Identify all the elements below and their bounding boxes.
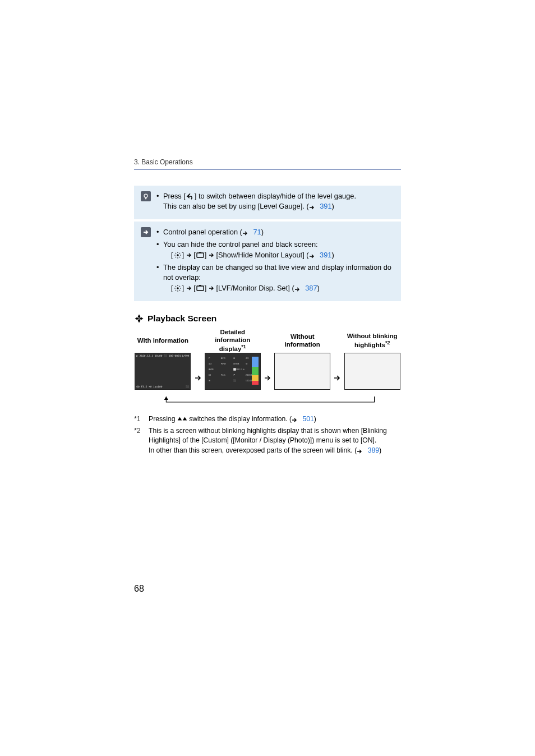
overlay-text: 1/999	[182, 354, 190, 357]
tip-line: You can hide the control panel and black…	[156, 239, 394, 260]
arrow-right-icon	[186, 283, 192, 289]
back-arrow-icon	[186, 192, 195, 200]
overlay-cell: AFS	[221, 357, 232, 361]
text: [	[192, 284, 196, 292]
overlay-cell: ⊕	[209, 379, 220, 384]
overlay-text: 60 F3.5 ☀0 iso100	[136, 385, 162, 388]
text: ]	[182, 251, 186, 259]
superscript: *2	[385, 340, 390, 345]
screen-with-info: ▶ 2020.12.1 10:00 ⬛ 100-00011/999 60 F3.…	[135, 353, 191, 390]
text: ]	[182, 284, 186, 292]
overlay-cell: ⬛	[233, 379, 245, 384]
text: Control panel operation (	[163, 228, 242, 236]
overlay-cell	[209, 385, 220, 389]
overlay-cell: AWB	[209, 368, 220, 372]
text: ]	[205, 251, 209, 259]
page-link[interactable]: 387	[305, 284, 317, 292]
footnote-mark: *2	[134, 426, 149, 456]
screen-without-blinking	[344, 353, 400, 390]
text: )	[314, 415, 316, 423]
svg-rect-4	[197, 286, 204, 291]
overlay-cell: F3.5	[221, 374, 232, 378]
text: )	[317, 284, 320, 292]
page-link[interactable]: 391	[320, 202, 331, 210]
overlay-cell	[221, 379, 232, 384]
gear-icon	[173, 251, 182, 259]
overlay-text: ⬛	[186, 385, 189, 388]
screen-label: Without information	[274, 329, 331, 353]
footnote-mark: *1	[134, 414, 149, 425]
overlay-cell: ⬜100 ⊡ ☀0	[233, 368, 245, 372]
overlay-cell: ⚑	[233, 374, 245, 378]
svg-point-0	[144, 194, 147, 197]
section-title-text: Playback Screen	[147, 314, 216, 324]
text: [	[192, 251, 196, 259]
forward-icon	[141, 227, 151, 237]
text: This can also be set by using [Level Gau…	[163, 202, 309, 210]
overlay-cell: 4:3	[209, 362, 220, 367]
text: )	[332, 202, 334, 210]
arrow-right-icon	[186, 250, 192, 256]
overlay-cell	[221, 385, 232, 389]
arrow-right-icon	[309, 251, 318, 259]
screen-label: Without blinking highlights*2	[343, 329, 401, 353]
monitor-icon	[196, 251, 205, 259]
section-title-playback: Playback Screen	[134, 314, 401, 324]
arrow-right-icon	[209, 283, 214, 289]
playback-screens-row: With information ▶ 2020.12.1 10:00 ⬛ 100…	[134, 329, 401, 397]
text: [Show/Hide Monitor Layout] (	[214, 251, 309, 259]
tip-line: Control panel operation ( 71)	[156, 227, 394, 237]
arrow-right-icon	[334, 375, 340, 381]
text: ]	[205, 284, 209, 292]
overlay-text: ▶ 2020.12.1 10:00 ⬛ 100-0001	[136, 354, 181, 357]
gear-icon	[173, 284, 182, 292]
tip-line: Press [ ] to switch between display/hide…	[156, 191, 394, 211]
svg-point-3	[177, 287, 179, 289]
svg-point-1	[177, 254, 179, 256]
text: switches the display information. (	[187, 415, 292, 423]
page-number: 68	[134, 584, 401, 611]
overlay-cell: sRGB	[233, 362, 245, 367]
page-link[interactable]: 389	[368, 446, 379, 454]
arrow-right-icon	[264, 375, 271, 381]
screen-without-info	[274, 353, 330, 390]
text: )	[261, 228, 264, 236]
arrow-right-icon	[309, 203, 318, 211]
page-link[interactable]: 71	[253, 228, 261, 236]
screen-label: Detailed information display*1	[204, 329, 261, 353]
text: Pressing	[149, 415, 177, 423]
cycle-arrow	[134, 397, 401, 410]
overlay-cell	[221, 368, 232, 372]
overlay-cell: 60	[209, 374, 220, 378]
page-link[interactable]: 391	[320, 251, 331, 259]
arrow-right-icon	[292, 416, 301, 424]
text: )	[331, 251, 334, 259]
arrow-right-icon	[209, 250, 214, 256]
text: This is a screen without blinking highli…	[149, 426, 401, 446]
arrow-right-icon	[294, 284, 303, 292]
text: In other than this screen, overexposed p…	[149, 446, 357, 454]
text: You can hide the control panel and black…	[163, 240, 318, 248]
overlay-cell: ⊞	[233, 357, 245, 361]
lightbulb-icon	[141, 191, 151, 201]
up-down-triangle-icon	[177, 415, 187, 425]
text: Press [	[163, 192, 186, 200]
screen-label: With information	[137, 329, 188, 353]
screen-detailed-info: PAFS⊞4:34:3FINEsRGB⚙AWB⬜100 ⊡ ☀060F3.5⚑2…	[205, 353, 261, 390]
page-link[interactable]: 501	[302, 415, 313, 423]
breadcrumb: 3. Basic Operations	[134, 158, 401, 170]
superscript: *1	[241, 344, 246, 349]
text: )	[379, 446, 381, 454]
overlay-cell: FINE	[221, 362, 232, 367]
footnotes: *1 Pressing switches the display informa…	[134, 414, 401, 456]
text: The display can be changed so that live …	[163, 263, 391, 282]
arrow-right-icon	[195, 375, 201, 381]
arrow-right-icon	[357, 448, 366, 455]
arrow-right-icon	[242, 229, 251, 237]
tip-box-control-panel: Control panel operation ( 71) You can hi…	[134, 222, 401, 301]
tip-line: The display can be changed so that live …	[156, 262, 394, 293]
clover-icon	[134, 314, 144, 324]
svg-rect-2	[197, 253, 204, 257]
tip-box-level-gauge: Press [ ] to switch between display/hide…	[134, 186, 401, 219]
text: [LVF/Monitor Disp. Set] (	[214, 284, 294, 292]
